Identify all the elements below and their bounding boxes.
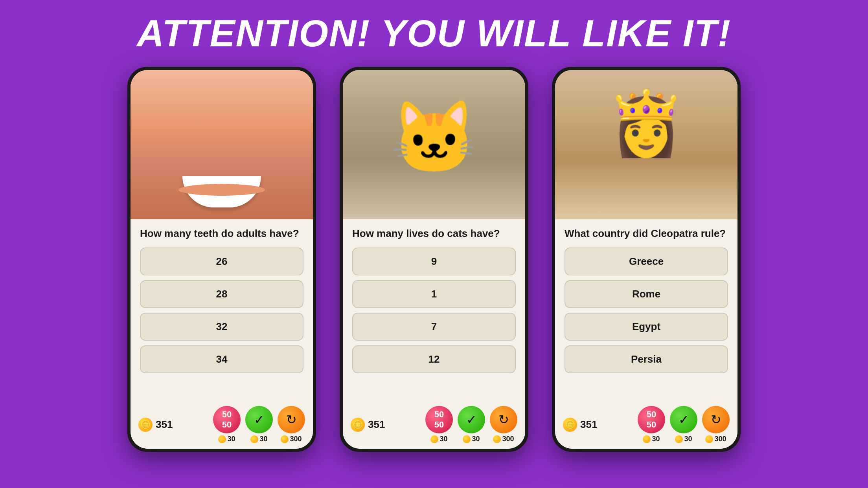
powerup-coin-icon-1b	[250, 435, 258, 443]
powerup-coin-icon-3a	[643, 435, 651, 443]
phone-3-cost-2: 30	[675, 435, 692, 443]
powerup-cost-text-1c: 300	[290, 435, 302, 443]
coin-icon-3: 🪙	[563, 418, 577, 432]
phone-2-powerup-fifty: 5050 30	[425, 406, 453, 443]
phone-3-question: What country did Cleopatra rule?	[565, 227, 728, 240]
powerup-cost-text-2c: 300	[502, 435, 514, 443]
phone-2-inner: How many lives do cats have? 9 1 7 12 🪙 …	[343, 70, 525, 449]
phone-1-image	[131, 70, 313, 219]
phone-1-cost-1: 30	[218, 435, 235, 443]
phone-2-image	[343, 70, 525, 219]
skip-button-2[interactable]: ↻	[490, 406, 517, 433]
powerup-coin-icon-2a	[430, 435, 438, 443]
phone-2-cost-2: 30	[463, 435, 480, 443]
phone-1-footer: 🪙 351 5050 30 ✓	[131, 403, 313, 449]
skip-button-1[interactable]: ↻	[278, 406, 305, 433]
phone-1-powerup-fifty: 5050 30	[213, 406, 241, 443]
coin-icon-1: 🪙	[138, 418, 153, 432]
powerup-cost-text-3a: 30	[652, 435, 660, 443]
phone-2: How many lives do cats have? 9 1 7 12 🪙 …	[340, 67, 528, 452]
powerup-cost-text-1b: 30	[259, 435, 267, 443]
phone-3-wrapper: What country did Cleopatra rule? Greece …	[552, 67, 741, 452]
phone-3-cost-1: 30	[643, 435, 660, 443]
phone-2-footer: 🪙 351 5050 30 ✓	[343, 403, 525, 449]
phone-3-answer-4[interactable]: Persia	[565, 345, 728, 373]
check-button-1[interactable]: ✓	[245, 406, 273, 433]
phone-1-cost-2: 30	[250, 435, 267, 443]
phone-1: How many teeth do adults have? 26 28 32 …	[127, 67, 316, 452]
phone-2-powerup-check: ✓ 30	[458, 406, 485, 443]
fifty-button-2[interactable]: 5050	[425, 406, 453, 433]
phone-1-powerup-check: ✓ 30	[245, 406, 273, 443]
powerup-coin-icon-3c	[705, 435, 713, 443]
phone-1-answer-1[interactable]: 26	[140, 248, 303, 275]
fifty-button-3[interactable]: 5050	[638, 406, 665, 433]
page-title: ATTENTION! YOU WILL LIKE IT!	[137, 12, 731, 55]
phone-2-answer-1[interactable]: 9	[352, 248, 516, 275]
phone-2-answer-3[interactable]: 7	[352, 313, 516, 341]
powerup-cost-text-3b: 30	[684, 435, 692, 443]
phone-2-question: How many lives do cats have?	[352, 227, 516, 240]
coin-count-2: 351	[368, 418, 385, 431]
phone-3-answer-2[interactable]: Rome	[565, 280, 728, 308]
phone-2-cost-1: 30	[430, 435, 447, 443]
phone-3-inner: What country did Cleopatra rule? Greece …	[555, 70, 737, 449]
phone-1-cost-3: 300	[281, 435, 302, 443]
phone-2-wrapper: How many lives do cats have? 9 1 7 12 🪙 …	[340, 67, 528, 452]
phone-1-powerups: 5050 30 ✓ 30	[213, 406, 305, 443]
phone-3-powerups: 5050 30 ✓ 30	[638, 406, 730, 443]
phone-1-answer-2[interactable]: 28	[140, 280, 303, 308]
phone-3: What country did Cleopatra rule? Greece …	[552, 67, 741, 452]
check-button-3[interactable]: ✓	[670, 406, 697, 433]
phone-2-content: How many lives do cats have? 9 1 7 12	[343, 219, 525, 403]
phone-3-content: What country did Cleopatra rule? Greece …	[555, 219, 737, 403]
phone-3-coins: 🪙 351	[563, 418, 597, 432]
phone-2-powerups: 5050 30 ✓ 30	[425, 406, 517, 443]
powerup-cost-text-3c: 300	[714, 435, 726, 443]
phone-1-inner: How many teeth do adults have? 26 28 32 …	[131, 70, 313, 449]
phone-3-powerup-check: ✓ 30	[670, 406, 697, 443]
fifty-button-1[interactable]: 5050	[213, 406, 241, 433]
phone-1-powerup-skip: ↻ 300	[278, 406, 305, 443]
phone-2-coins: 🪙 351	[351, 418, 385, 432]
phone-1-answer-4[interactable]: 34	[140, 345, 303, 373]
coin-icon-2: 🪙	[351, 418, 365, 432]
powerup-coin-icon-1c	[281, 435, 289, 443]
phone-3-footer: 🪙 351 5050 30 ✓	[555, 403, 737, 449]
phone-2-powerup-skip: ↻ 300	[490, 406, 517, 443]
phones-container: How many teeth do adults have? 26 28 32 …	[127, 67, 741, 452]
powerup-cost-text-1a: 30	[227, 435, 235, 443]
coin-count-1: 351	[156, 418, 173, 431]
powerup-coin-icon-2c	[493, 435, 501, 443]
phone-1-answer-3[interactable]: 32	[140, 313, 303, 341]
powerup-coin-icon-1a	[218, 435, 226, 443]
phone-2-answer-4[interactable]: 12	[352, 345, 516, 373]
phone-1-wrapper: How many teeth do adults have? 26 28 32 …	[127, 67, 316, 452]
phone-3-answer-3[interactable]: Egypt	[565, 313, 728, 341]
phone-3-powerup-fifty: 5050 30	[638, 406, 665, 443]
powerup-cost-text-2a: 30	[440, 435, 447, 443]
phone-3-cost-3: 300	[705, 435, 726, 443]
phone-1-coins: 🪙 351	[138, 418, 173, 432]
skip-button-3[interactable]: ↻	[702, 406, 730, 433]
coin-count-3: 351	[580, 418, 597, 431]
phone-1-content: How many teeth do adults have? 26 28 32 …	[131, 219, 313, 403]
check-button-2[interactable]: ✓	[458, 406, 485, 433]
phone-3-image	[555, 70, 737, 219]
phone-2-cost-3: 300	[493, 435, 514, 443]
phone-1-question: How many teeth do adults have?	[140, 227, 303, 240]
phone-2-answer-2[interactable]: 1	[352, 280, 516, 308]
phone-3-powerup-skip: ↻ 300	[702, 406, 730, 443]
powerup-cost-text-2b: 30	[472, 435, 480, 443]
phone-3-answer-1[interactable]: Greece	[565, 248, 728, 275]
powerup-coin-icon-3b	[675, 435, 683, 443]
powerup-coin-icon-2b	[463, 435, 471, 443]
